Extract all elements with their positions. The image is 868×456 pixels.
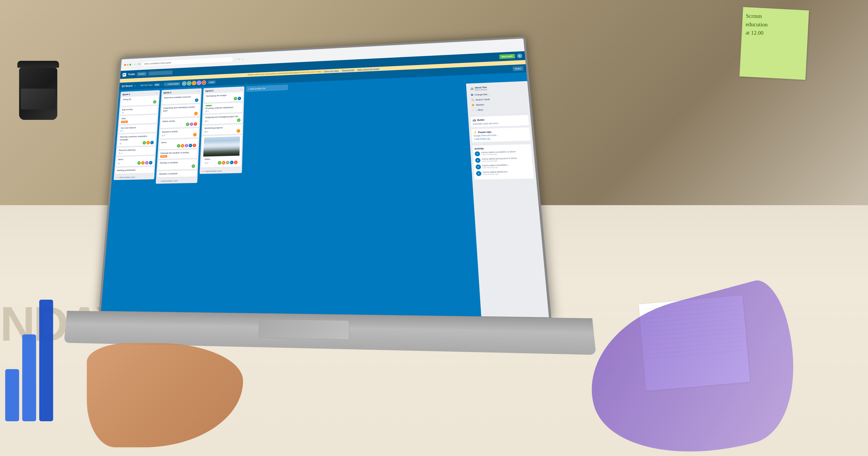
card-badge: 💬 1 xyxy=(205,120,209,122)
add-power-up-link[interactable]: 1 Add Power-Up... xyxy=(474,137,528,141)
card-monitoring-progress[interactable]: Monitoring progress 💬 5 E xyxy=(203,124,242,135)
card-meta: 👁 2 xyxy=(120,129,155,132)
avatar-a: A xyxy=(234,97,237,101)
card-customer-satisfaction[interactable]: Ensuring customer satisfaction 🔗 1 xyxy=(204,103,243,114)
card-developing-budget[interactable]: Developing the budget A K xyxy=(204,92,243,103)
share-icon[interactable]: ⬆ xyxy=(238,58,240,60)
handwriting-line1: Scrmm xyxy=(746,12,805,21)
member-avatar-a[interactable]: A xyxy=(187,81,191,85)
sprint3-add-card[interactable]: + + Add another card xyxy=(199,168,242,174)
card-backlog[interactable]: Backlog prioritization xyxy=(116,167,154,174)
board-star-icon[interactable]: ☆ xyxy=(134,84,136,87)
member-avatar-k[interactable]: K xyxy=(182,81,186,86)
member-avatar-s[interactable]: S xyxy=(202,80,206,85)
card-sequence-activity[interactable]: Sequence activity 📎 P E xyxy=(160,128,198,139)
sprint3-title: Sprint 3 xyxy=(205,89,213,92)
card-resource-planning[interactable]: Resource planning 📎 2 xyxy=(117,147,155,156)
sprint3-menu-icon[interactable]: ··· xyxy=(240,88,243,91)
card-planning-customers[interactable]: Planning customers acquisition campaign … xyxy=(118,133,156,147)
browser-menu-icon[interactable]: ⋯ xyxy=(241,57,244,61)
sprint3-list: Sprint 3 ··· Developing the budget A xyxy=(199,86,244,174)
board-visibility[interactable]: 👥 Team Visible xyxy=(164,82,180,86)
card-meta: 📎 A E K xyxy=(119,141,154,145)
sprint2-title: Sprint 2 xyxy=(163,91,172,94)
card-meta: K xyxy=(164,98,198,103)
card-develop-schedule[interactable]: Develop a schedule A xyxy=(158,159,197,170)
sprint3-cards: Developing the budget A K xyxy=(200,92,244,169)
team-name[interactable]: ABC Dev Team xyxy=(140,84,153,86)
activity-avatar-k3: K xyxy=(475,165,481,170)
member-avatar-e[interactable]: E xyxy=(192,81,196,85)
change-bg-label: Change Bac... xyxy=(474,93,489,96)
card-demo-s1[interactable]: Demo 📎 A E J K xyxy=(116,156,154,166)
check-inbox-link[interactable]: Check your inbox xyxy=(323,70,339,73)
activity-item-2: K Karina added jeremyosm3 to Demo a few … xyxy=(475,157,530,163)
card-bug-hunting[interactable]: Bug hunting 📎 xyxy=(120,106,158,115)
butler-button[interactable]: Butler xyxy=(513,66,524,71)
back-icon[interactable]: ‹ xyxy=(134,63,135,66)
cup-sleeve xyxy=(21,89,56,109)
stickers-label: Stickers xyxy=(476,103,484,106)
card-test-features[interactable]: Test new features 👁 2 xyxy=(119,124,156,133)
card-hiring-qa[interactable]: Hiring QA A xyxy=(121,95,158,106)
minimize-window-button[interactable] xyxy=(127,64,129,66)
didnt-receive-link[interactable]: Didn't receive the email? xyxy=(358,68,379,71)
card-demo-s2[interactable]: Demo A E J K S xyxy=(159,139,198,149)
resend-email-link[interactable]: Resend email xyxy=(342,69,354,72)
sprint2-add-card[interactable]: + + Add another card xyxy=(156,178,197,184)
avatar-a: A xyxy=(191,164,195,168)
invite-button[interactable]: Invite xyxy=(208,80,215,84)
team-members-list: K A E J S xyxy=(182,80,206,86)
handwriting-line3: at 12.00 xyxy=(745,28,805,38)
add-icon: + xyxy=(202,170,203,172)
board-separator: | xyxy=(138,85,138,87)
forward-icon[interactable]: › xyxy=(136,63,137,66)
laptop-trackpad[interactable] xyxy=(259,319,349,340)
close-window-button[interactable] xyxy=(124,64,126,66)
card-define-activity[interactable]: Define activity A J S xyxy=(161,117,199,128)
add-list-label: + Add another list xyxy=(248,87,266,90)
card-meta: 📎 P A E 2 K S xyxy=(205,161,238,165)
add-another-list[interactable]: + Add another list xyxy=(246,85,288,92)
hand-typing xyxy=(87,343,243,447)
card-badge: 📎 2 xyxy=(118,152,122,154)
address-bar[interactable]: trello.com/b/abc123/q1-goals xyxy=(142,57,233,66)
card-badge: 📎 P xyxy=(205,162,209,164)
refresh-icon[interactable]: ↻ xyxy=(138,63,140,65)
activity-text-1: Karina added sorsofia601 to Demo a few s… xyxy=(481,150,516,156)
card-meta: 💬 5 E xyxy=(204,129,240,134)
card-members: A K xyxy=(234,97,241,101)
avatar-a: A xyxy=(137,161,141,165)
butler-section: 🤖 Butler Automate cards and more... xyxy=(470,115,529,127)
sprint1-menu-icon[interactable]: ··· xyxy=(156,92,158,94)
svg-rect-1 xyxy=(124,74,125,75)
card-analyzing-risk[interactable]: Analyzing and managing project risk 💬 1 … xyxy=(203,114,242,124)
handwriting-line2: educution xyxy=(746,20,805,29)
card-demo-s3[interactable]: Demo 📎 P A E 2 K xyxy=(201,135,242,168)
new-stuff-button[interactable]: New stuff! xyxy=(499,54,515,59)
sidebar-divider-2 xyxy=(472,143,531,144)
avatar-k: K xyxy=(189,144,192,147)
maximize-window-button[interactable] xyxy=(129,64,131,65)
card-estimate-duration[interactable]: Estimate the duration of activity 28 Feb xyxy=(158,149,197,159)
jump-to-search[interactable] xyxy=(148,70,173,76)
date-badge-28feb: 28 Feb xyxy=(121,120,128,123)
bookmark-icon[interactable]: ☆ xyxy=(235,58,237,60)
boards-button[interactable]: Boards xyxy=(137,72,147,76)
sprint1-list: Sprint 1 ··· Hiring QA A xyxy=(114,90,160,180)
card-maintain-schedule[interactable]: Maintain a schedule xyxy=(157,170,196,177)
visibility-text: Team Visible xyxy=(168,83,179,85)
user-avatar-header[interactable]: K xyxy=(517,54,522,58)
handwriting-text: Scrmm educution at 12.00 xyxy=(745,12,805,38)
about-section: ℹ️ About This Add a descrip... 🖼 Change … xyxy=(468,83,528,113)
sprint1-add-card[interactable]: + + Add another card xyxy=(114,174,155,180)
avatar-j: J xyxy=(145,161,149,165)
sprint2-menu-icon[interactable]: ··· xyxy=(197,90,200,93)
card-stats[interactable]: Stats 28 Feb xyxy=(119,115,157,124)
card-determine-resources[interactable]: Determine available resources K xyxy=(162,94,200,105)
card-title: Monitoring progress xyxy=(205,125,241,130)
board-title[interactable]: Q1 Board xyxy=(122,85,132,88)
member-avatar-j[interactable]: J xyxy=(197,81,201,85)
avatar-k: K xyxy=(149,161,152,165)
card-organizing[interactable]: Organizing and motivating a project team… xyxy=(161,104,199,118)
